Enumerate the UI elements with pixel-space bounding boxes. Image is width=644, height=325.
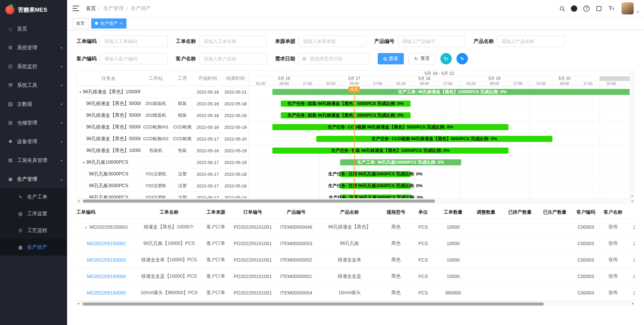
gantt-bar-task[interactable]: 生产任务: 注塑 96孔孔板3000PCS 完成比例: 0%: [340, 171, 411, 177]
field-label: 工单编码: [76, 38, 97, 45]
order-code-link[interactable]: MO202205150005: [87, 290, 126, 295]
sidebar-item-system-tools[interactable]: ⚒ 系统工具 ▾: [0, 76, 67, 95]
gantt-bar-workorder[interactable]: 生产工单: 96孔移液盒【黑色】10000PCS 完成比例: 0%: [272, 89, 630, 95]
gantt-row-task[interactable]: 96孔移液盒【黑色】5000PCS Z02组装机 组装 2022-05-16 2…: [77, 110, 249, 121]
gantt-bar-workorder[interactable]: 生产工单: 96孔孔板10000PCS 完成比例: 0%: [340, 159, 461, 165]
order-row[interactable]: MO202205150003 移液盒盒体【10000】PCS 客户订单 PO20…: [76, 252, 635, 268]
customer-code-input[interactable]: [100, 53, 168, 64]
gantt-bar-task[interactable]: 生产任务: CCD检测 96孔移液盒【黑色】5000PCS 完成比例: 0%: [316, 136, 552, 142]
work-order-name-input[interactable]: [199, 36, 267, 47]
gantt-bar-task[interactable]: 生产任务: 注塑 96孔孔板3000PCS 完成比例: 0%: [340, 183, 411, 189]
sidebar-item-home[interactable]: ⌂ 首页: [0, 19, 67, 38]
sidebar-item-process-settings[interactable]: ▤ 工序设置: [0, 205, 67, 222]
sidebar-item-system-monitor[interactable]: ⊡ 系统监控 ▾: [0, 57, 67, 76]
sidebar-item-warehouse[interactable]: ⊞ 仓储管理 ▾: [0, 113, 67, 132]
col-header: 客户编码: [572, 206, 599, 219]
chevron-down-icon: ▾: [61, 84, 62, 87]
sidebar-item-production-scheduling[interactable]: ▦ 生产排产: [0, 239, 67, 256]
chevron-down-icon: ▾: [61, 121, 62, 125]
order-row[interactable]: MO202205150004 移液盒盒盖【10000】PCS 客户订单 PO20…: [76, 268, 635, 284]
order-row[interactable]: MO202205150002 96孔孔板【10000】PCS 客户订单 PO20…: [76, 235, 635, 252]
gantt-row-task[interactable]: 96孔移液盒【黑色】10000PCS 包装机 包装 2022-05-16 202…: [77, 145, 249, 157]
gantt-row-workorder[interactable]: ▾96孔移液盒【黑色】10000PCS 2022-05-16 2022-05-2…: [77, 86, 249, 98]
field-label: 客户名称: [176, 56, 196, 62]
sidebar-item-work-orders[interactable]: ✎ 生产工单: [0, 188, 67, 205]
fullscreen-icon[interactable]: [594, 3, 604, 13]
search-button[interactable]: 搜索: [378, 53, 404, 64]
gantt-horizontal-scrollbar[interactable]: ◂ ▸: [77, 198, 634, 203]
product-name-input[interactable]: [497, 36, 565, 47]
edit-button[interactable]: ✎: [457, 53, 468, 64]
work-order-code-input[interactable]: [100, 36, 168, 47]
search-icon[interactable]: [557, 3, 567, 13]
reset-button[interactable]: ↻ 重置: [409, 53, 436, 64]
gantt-row-task[interactable]: 96孔移液盒【黑色】5000PCS CCD检测#02 CCD检测 2022-05…: [77, 133, 249, 145]
expand-caret-icon[interactable]: ▾: [79, 90, 81, 94]
breadcrumb-home[interactable]: 首页: [86, 5, 96, 12]
scroll-down-icon[interactable]: ▾: [630, 195, 634, 198]
gantt-row-task[interactable]: 96孔移液盒【黑色】5000PCS Z01组装机 组装 2022-05-16 2…: [77, 98, 249, 110]
expand-caret-icon[interactable]: ▾: [83, 161, 85, 164]
gantt-row-task[interactable]: 96孔移液盒【黑色】5000PCS CCD检测#01 CCD检测 2022-05…: [77, 121, 249, 133]
tags-view-bar: 首页 生产排产 ×: [67, 17, 644, 30]
gantt-row-workorder[interactable]: ▾96孔孔板10000PCS 2022-05-17 2022-05-19: [77, 157, 249, 168]
col-header: 工单来源: [202, 206, 230, 219]
timeline-hour-row: 01:0009:0017:00 01:0009:0017:00 01:0009:…: [249, 81, 630, 86]
github-icon[interactable]: [569, 3, 579, 13]
order-row[interactable]: MO202205150005 10mm吸头【960000】PCS 客户订单 PO…: [76, 284, 635, 301]
sidebar-item-system-mgmt[interactable]: ⚙ 系统管理 ▾: [0, 38, 67, 57]
sidebar-item-process-flow[interactable]: ☰ 工艺流程: [0, 222, 67, 239]
avatar-dropdown-caret-icon[interactable]: ▾: [637, 10, 639, 14]
scroll-right-icon[interactable]: ▸: [632, 200, 633, 203]
scroll-left-icon[interactable]: ◂: [77, 302, 79, 305]
gantt-bar-task[interactable]: 生产任务: 注塑 96孔孔板3000PCS 完成比例: 0%: [340, 195, 412, 198]
demand-date-input[interactable]: [299, 53, 370, 64]
tools-icon: ⚒: [7, 82, 13, 88]
product-code-input[interactable]: [398, 36, 466, 47]
help-icon[interactable]: ?: [582, 3, 592, 13]
gantt-bar-task[interactable]: 生产任务: CCD检测 96孔移液盒【黑色】5000PCS 完成比例: 0%: [272, 124, 508, 130]
scrollbar-thumb[interactable]: [83, 303, 544, 306]
gantt-vertical-scrollbar[interactable]: ▾: [630, 71, 634, 198]
sidebar-item-equipment[interactable]: ❖ 设备管理 ▾: [0, 132, 67, 151]
tab-home[interactable]: 首页: [72, 18, 89, 29]
scroll-left-icon[interactable]: ◂: [78, 200, 79, 203]
gantt-table-body: ▾96孔移液盒【黑色】10000PCS 2022-05-16 2022-05-2…: [77, 86, 249, 198]
timeline-range-label: 5月 16 - 5月 22: [249, 71, 630, 76]
order-code-link[interactable]: MO202205150004: [87, 274, 126, 279]
order-code-link[interactable]: MO202205150003: [87, 257, 126, 263]
order-code[interactable]: MO202205150001: [89, 224, 128, 230]
gantt-row-task[interactable]: 96孔孔板3000PCS Y03注塑机 注塑 2022-05-17 2022-0…: [77, 192, 249, 198]
gantt-bar-task[interactable]: 生产任务: 组装 96孔移液盒【黑色】5000PCS 完成比例: 0%: [281, 112, 411, 118]
scrollbar-thumb[interactable]: [83, 200, 435, 203]
scroll-right-icon[interactable]: ▸: [632, 302, 634, 305]
orders-horizontal-scrollbar[interactable]: ◂ ▸: [76, 301, 635, 306]
gantt-row-task[interactable]: 96孔孔板3000PCS Y01注塑机 注塑 2022-05-17 2022-0…: [77, 168, 249, 180]
logo[interactable]: 苦糖果MES: [0, 0, 67, 19]
sidebar-item-production-mgmt[interactable]: ◉ 生产管理 ▴: [0, 170, 67, 188]
source-doc-input[interactable]: [299, 36, 366, 47]
expand-row-caret-icon[interactable]: ∨: [85, 225, 88, 230]
day-label: 5月 18: [389, 76, 460, 81]
gantt-row-task[interactable]: 96孔孔板3000PCS Y02注塑机 注塑 2022-05-17 2022-0…: [77, 180, 249, 192]
timeline-day-row: 5月 16 5月 17 5月 18 5月 19 5月 20: [249, 76, 630, 81]
gantt-bar-task[interactable]: 生产任务: 包装 96孔移液盒【黑色】10000PCS 完成比例: 0%: [272, 148, 508, 154]
chevron-up-icon: ▴: [61, 177, 62, 181]
customer-name-input[interactable]: [199, 53, 267, 64]
filter-row-1: 工单编码 工单名称 来源单据 产品编号: [76, 36, 635, 47]
sidebar-item-fixtures[interactable]: ⊠ 工装夹具管理 ▾: [0, 151, 67, 170]
sidebar-item-master-data[interactable]: ▤ 主数据 ▾: [0, 95, 67, 113]
close-icon[interactable]: ×: [120, 21, 123, 25]
tab-production-scheduling[interactable]: 生产排产 ×: [91, 18, 126, 29]
order-code-link[interactable]: MO202205150002: [87, 241, 126, 246]
col-header: 产品编号: [276, 206, 317, 219]
sidebar-item-label: 工装夹具管理: [17, 157, 47, 164]
breadcrumb-production-mgmt[interactable]: 生产管理: [103, 5, 123, 12]
refresh-gantt-button[interactable]: ↻: [440, 53, 452, 64]
order-row[interactable]: ∨MO202205150001 移液盒【黑色】10000个 客户订单 PO202…: [76, 219, 635, 235]
avatar[interactable]: [622, 2, 634, 14]
hamburger-icon[interactable]: [72, 6, 79, 11]
gantt-bar-task[interactable]: 生产任务: 组装 96孔移液盒【黑色】5000PCS 完成比例: 0%: [281, 101, 411, 107]
field-customer-name: 客户名称: [176, 53, 267, 64]
font-size-icon[interactable]: TT: [606, 3, 616, 13]
